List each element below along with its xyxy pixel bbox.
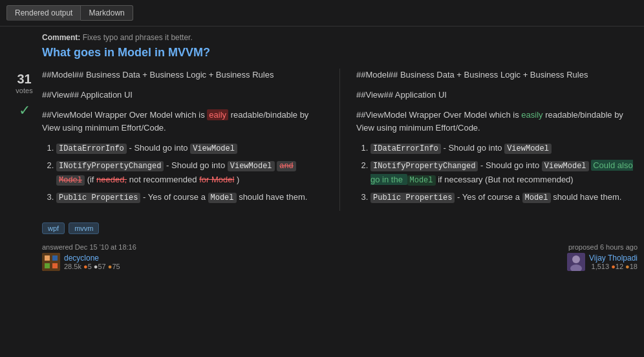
left-model-line: ##Model## Business Data + Business Logic… bbox=[42, 69, 323, 82]
comment-text: Fixes typo and phrases it better. bbox=[83, 33, 193, 42]
proposer-gold-dot: ● bbox=[611, 263, 616, 270]
tab-bar: Rendered output Markdown bbox=[0, 0, 644, 27]
left-code-model-strike: Model bbox=[56, 175, 85, 186]
right-list-item-1: IDataErrorInfo - Should go into ViewMode… bbox=[370, 142, 638, 155]
svg-rect-4 bbox=[52, 263, 58, 268]
left-viewmodel-line: ##ViewModel Wrapper Over Model which is … bbox=[42, 109, 323, 136]
proposer-name[interactable]: Vijay Tholpadi bbox=[589, 254, 638, 263]
answerer-details: decyclone 28.5k ●5 ●57 ●75 bbox=[64, 254, 120, 270]
right-code-model-green: Model bbox=[407, 175, 436, 186]
left-list-item-2: INotifyPropertyChanged - Should go into … bbox=[56, 159, 323, 186]
vote-column: 31 votes ✓ bbox=[6, 33, 42, 271]
answerer-action: answered Dec 15 '10 at 18:16 bbox=[42, 243, 136, 251]
left-code-viewmodel-1: ViewModel bbox=[190, 144, 237, 154]
left-code-public-properties: Public Properties bbox=[56, 193, 140, 203]
right-code-viewmodel-2: ViewModel bbox=[542, 161, 589, 171]
right-code-inotify: INotifyPropertyChanged bbox=[370, 161, 478, 171]
correct-word: easily bbox=[521, 110, 542, 120]
right-answer-col: ##Model## Business Data + Business Logic… bbox=[356, 69, 638, 211]
svg-rect-3 bbox=[45, 263, 50, 268]
left-list: IDataErrorInfo - Should go into ViewMode… bbox=[42, 142, 323, 204]
right-code-model-3: Model bbox=[522, 193, 551, 203]
left-code-inotify: INotifyPropertyChanged bbox=[56, 161, 164, 171]
answerer-user-row: decyclone 28.5k ●5 ●57 ●75 bbox=[42, 253, 136, 271]
vote-label: votes bbox=[16, 87, 32, 94]
column-divider bbox=[339, 69, 340, 211]
right-code-public-properties: Public Properties bbox=[370, 193, 455, 203]
right-model-line: ##Model## Business Data + Business Logic… bbox=[356, 69, 638, 82]
answerer-gold-dot: ● bbox=[83, 263, 88, 270]
tags-container: wpf mvvm bbox=[42, 222, 638, 234]
tag-mvvm[interactable]: mvvm bbox=[69, 222, 99, 234]
comment-header: Comment: Fixes typo and phrases it bette… bbox=[42, 33, 638, 42]
answer-columns: ##Model## Business Data + Business Logic… bbox=[42, 69, 638, 211]
accepted-checkmark-icon: ✓ bbox=[19, 102, 30, 119]
answerer-name[interactable]: decyclone bbox=[64, 254, 120, 263]
tab-markdown[interactable]: Markdown bbox=[81, 5, 133, 21]
content-column: Comment: Fixes typo and phrases it bette… bbox=[42, 33, 638, 271]
left-view-line: ##View## Application UI bbox=[42, 89, 323, 102]
right-code-idataerrorinfo: IDataErrorInfo bbox=[370, 144, 441, 154]
proposer-avatar bbox=[567, 253, 585, 271]
left-code-and-strike: and bbox=[277, 161, 296, 171]
left-strike-for-model: for Model bbox=[199, 175, 234, 184]
svg-rect-1 bbox=[45, 255, 50, 261]
comment-label: Comment: bbox=[42, 33, 80, 42]
proposer-user-row: Vijay Tholpadi 1,513 ●12 ●18 bbox=[567, 253, 638, 271]
proposer-details: Vijay Tholpadi 1,513 ●12 ●18 bbox=[589, 254, 638, 270]
user-info-bar: answered Dec 15 '10 at 18:16 decyclo bbox=[42, 243, 638, 271]
right-viewmodel-line: ##ViewModel Wrapper Over Model which is … bbox=[356, 109, 638, 136]
proposer-action: proposed 6 hours ago bbox=[568, 243, 638, 251]
right-code-viewmodel-1: ViewModel bbox=[504, 144, 552, 154]
right-list-item-3: Public Properties - Yes of course a Mode… bbox=[370, 191, 638, 204]
proposer-bronze-dot: ● bbox=[625, 263, 630, 270]
typo-word: eaily bbox=[207, 109, 228, 120]
left-list-item-3: Public Properties - Yes of course a Mode… bbox=[56, 191, 323, 204]
left-strike-needed: needed, bbox=[96, 175, 127, 184]
right-list-item-2: INotifyPropertyChanged - Should go into … bbox=[370, 159, 638, 186]
left-answer-col: ##Model## Business Data + Business Logic… bbox=[42, 69, 323, 211]
answerer-stats: 28.5k ●5 ●57 ●75 bbox=[64, 263, 120, 270]
svg-point-6 bbox=[572, 255, 580, 263]
answerer-info: answered Dec 15 '10 at 18:16 decyclo bbox=[42, 243, 136, 271]
left-list-item-1: IDataErrorInfo - Should go into ViewMode… bbox=[56, 142, 323, 155]
svg-rect-2 bbox=[52, 255, 58, 261]
vote-count: 31 bbox=[17, 72, 31, 87]
answerer-avatar bbox=[42, 253, 60, 271]
proposer-stats: 1,513 ●12 ●18 bbox=[589, 263, 638, 270]
right-list: IDataErrorInfo - Should go into ViewMode… bbox=[356, 142, 638, 204]
question-title[interactable]: What goes in Model in MVVM? bbox=[42, 46, 638, 60]
left-code-idataerrorinfo: IDataErrorInfo bbox=[56, 144, 127, 154]
left-code-model-3: Model bbox=[208, 193, 237, 203]
left-code-viewmodel-2: ViewModel bbox=[228, 161, 275, 171]
proposer-info: proposed 6 hours ago Vijay Tholpadi 1,51… bbox=[567, 243, 638, 271]
tag-wpf[interactable]: wpf bbox=[42, 222, 65, 234]
tab-rendered-output[interactable]: Rendered output bbox=[6, 5, 81, 21]
right-view-line: ##View## Application UI bbox=[356, 89, 638, 102]
